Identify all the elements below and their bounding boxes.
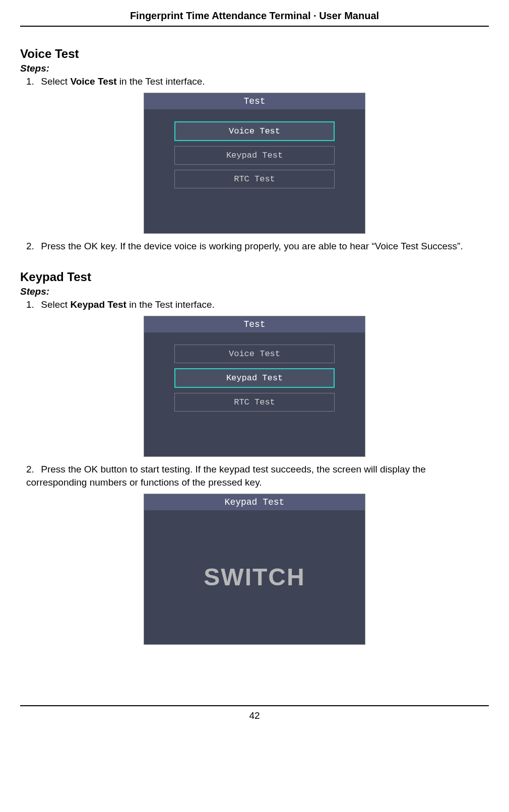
keypad-test-steps-label: Steps: [20,286,489,297]
voice-test-steps-label: Steps: [20,63,489,74]
menu-item-keypad-test[interactable]: Keypad Test [174,146,335,165]
step-text-bold: Keypad Test [70,299,126,310]
keypad-test-step-2: 2. Press the OK button to start testing.… [26,463,489,490]
step-number: 2. [26,240,38,253]
step-number: 1. [26,75,38,89]
keypad-test-step-1: 1. Select Keypad Test in the Test interf… [26,298,489,312]
menu-item-voice-test[interactable]: Voice Test [174,345,335,363]
step-number: 2. [26,463,38,477]
step-text-bold: Voice Test [70,76,116,87]
step-text-prefix: Select [41,76,70,87]
step-text: Press the OK key. If the device voice is… [41,241,463,251]
step-text-prefix: Select [41,299,70,310]
keypad-test-device-screen: Test Voice Test Keypad Test RTC Test [144,316,365,457]
step-text-suffix: in the Test interface. [126,299,215,310]
menu-item-rtc-test[interactable]: RTC Test [174,170,335,188]
step-number: 1. [26,298,38,312]
menu-item-rtc-test[interactable]: RTC Test [174,393,335,412]
page-number: 42 [249,710,260,721]
menu-item-voice-test[interactable]: Voice Test [174,121,335,141]
voice-test-step-1: 1. Select Voice Test in the Test interfa… [26,75,489,89]
menu-item-keypad-test[interactable]: Keypad Test [174,368,335,388]
device-screen-title: Keypad Test [144,494,365,510]
keypad-test-title: Keypad Test [20,270,489,284]
device-screen-title: Test [144,316,365,332]
device-menu: Voice Test Keypad Test RTC Test [144,109,365,200]
page-header: Fingerprint Time Attendance Terminal · U… [20,10,489,27]
page-footer: 42 [20,705,489,721]
device-menu: Voice Test Keypad Test RTC Test [144,332,365,424]
result-value: SWITCH [204,563,305,591]
voice-test-device-screen: Test Voice Test Keypad Test RTC Test [144,93,365,234]
step-text-suffix: in the Test interface. [117,76,205,87]
device-screen-title: Test [144,93,365,109]
voice-test-title: Voice Test [20,47,489,61]
step-text: Press the OK button to start testing. If… [26,464,426,488]
keypad-test-result-screen: Keypad Test SWITCH [144,494,365,645]
voice-test-step-2: 2. Press the OK key. If the device voice… [26,240,489,253]
result-body: SWITCH [144,510,365,644]
